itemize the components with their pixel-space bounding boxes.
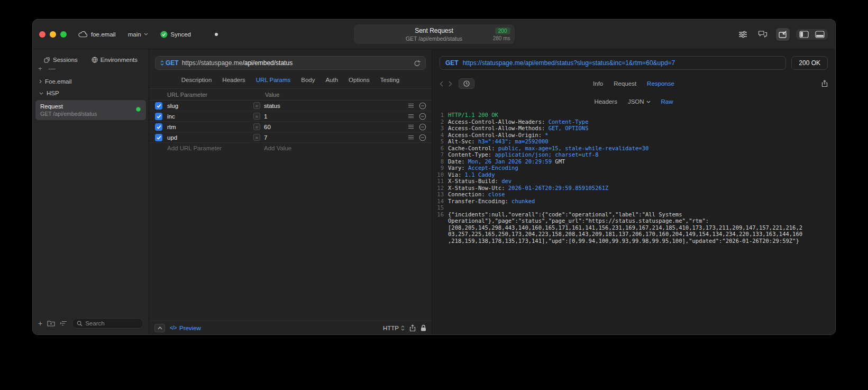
tab-description[interactable]: Description bbox=[181, 77, 212, 83]
chevron-right-icon bbox=[39, 79, 42, 84]
request-url-bar[interactable]: GET https://statuspage.me/api/embed/stat… bbox=[155, 56, 426, 70]
clock-icon bbox=[463, 80, 470, 87]
remove-session-icon[interactable]: — bbox=[49, 65, 56, 72]
search-placeholder: Search bbox=[85, 320, 104, 326]
new-folder-icon[interactable] bbox=[47, 320, 55, 326]
import-response-icon[interactable] bbox=[776, 28, 790, 41]
code-line: 5 Alt-Svc: h3=":443"; ma=2592000 bbox=[435, 138, 805, 145]
equals-icon: = bbox=[253, 113, 260, 120]
tree-group-hsp[interactable]: HSP bbox=[35, 87, 147, 99]
add-value-placeholder[interactable]: Add Value bbox=[264, 145, 432, 151]
tab-url-params[interactable]: URL Params bbox=[256, 77, 290, 83]
tab-environments[interactable]: Environments bbox=[92, 57, 138, 63]
resend-request-icon[interactable] bbox=[414, 60, 421, 67]
param-value[interactable]: 7 bbox=[264, 134, 408, 141]
add-item-icon[interactable]: + bbox=[38, 320, 42, 327]
tab-options[interactable]: Options bbox=[349, 77, 370, 83]
history-nav bbox=[440, 81, 452, 87]
toggle-left-panel-icon[interactable] bbox=[799, 31, 809, 38]
add-param-placeholder[interactable]: Add URL Parameter bbox=[167, 145, 253, 151]
code-line: 3 Access-Control-Allow-Methods: GET, OPT… bbox=[435, 125, 805, 132]
export-response-icon[interactable] bbox=[821, 80, 828, 87]
remove-param-icon[interactable] bbox=[419, 102, 426, 110]
remove-param-icon[interactable] bbox=[419, 113, 426, 120]
equals-icon: = bbox=[253, 102, 260, 109]
chevron-down-icon bbox=[144, 33, 148, 35]
sidebar-tabs: Sessions Environments bbox=[33, 49, 149, 63]
line-number: 2 bbox=[435, 119, 444, 125]
param-checkbox[interactable] bbox=[155, 134, 162, 141]
remove-param-icon[interactable] bbox=[419, 123, 426, 131]
sent-request-url[interactable]: GET https://statuspage.me/api/embed/stat… bbox=[440, 56, 786, 70]
add-session-icon[interactable]: + bbox=[38, 65, 42, 72]
response-body[interactable]: 1 HTTP/1.1 200 OK 2 Access-Control-Allow… bbox=[432, 108, 835, 334]
protocol-selector[interactable]: HTTP bbox=[383, 325, 405, 331]
code-line: 8 Date: Mon, 26 Jan 2026 20:29:59 GMT bbox=[435, 158, 805, 165]
duration-label: 280 ms bbox=[493, 35, 510, 41]
subtab-raw[interactable]: Raw bbox=[661, 98, 673, 105]
history-clock-button[interactable] bbox=[459, 78, 474, 89]
remove-param-icon[interactable] bbox=[419, 134, 426, 141]
param-value[interactable]: status bbox=[264, 103, 408, 109]
code-icon: </> bbox=[170, 325, 177, 331]
search-input[interactable]: Search bbox=[72, 318, 143, 329]
tab-testing[interactable]: Testing bbox=[380, 77, 399, 83]
tab-headers[interactable]: Headers bbox=[222, 77, 245, 83]
code-line: 9 Vary: Accept-Encoding bbox=[435, 165, 805, 171]
param-checkbox[interactable] bbox=[155, 113, 162, 120]
param-value[interactable]: 1 bbox=[264, 113, 408, 120]
request-success-dot bbox=[136, 107, 141, 112]
close-window-button[interactable] bbox=[39, 31, 45, 38]
param-value[interactable]: 60 bbox=[264, 124, 408, 130]
branch-selector[interactable]: main bbox=[128, 31, 148, 38]
tab-sessions[interactable]: Sessions bbox=[44, 57, 78, 63]
line-number: 9 bbox=[435, 165, 444, 171]
param-checkbox[interactable] bbox=[155, 123, 162, 131]
param-name[interactable]: rtm bbox=[167, 124, 253, 130]
param-name[interactable]: upd bbox=[167, 134, 253, 141]
sync-status[interactable]: Synced bbox=[160, 31, 191, 38]
lock-icon[interactable] bbox=[421, 324, 426, 331]
share-icon[interactable] bbox=[409, 324, 416, 332]
line-content: Vary: Accept-Encoding bbox=[448, 165, 805, 171]
back-icon[interactable] bbox=[440, 81, 443, 87]
toggle-bottom-panel-icon[interactable] bbox=[815, 31, 825, 38]
comments-icon[interactable] bbox=[756, 28, 770, 40]
drag-handle-icon[interactable] bbox=[408, 124, 414, 129]
tab-response[interactable]: Response bbox=[647, 80, 674, 87]
param-name[interactable]: inc bbox=[167, 113, 253, 120]
project-name[interactable]: foe.email bbox=[91, 31, 116, 38]
view-options-icon[interactable] bbox=[60, 321, 67, 326]
request-tabs: DescriptionHeadersURL ParamsBodyAuthOpti… bbox=[149, 71, 432, 89]
line-content: Access-Control-Allow-Headers: Content-Ty… bbox=[448, 119, 805, 125]
preview-button[interactable]: </> Preview bbox=[170, 325, 201, 331]
param-name[interactable]: slug bbox=[167, 103, 253, 109]
tab-auth[interactable]: Auth bbox=[325, 77, 338, 83]
filter-sliders-icon[interactable] bbox=[736, 29, 750, 40]
param-rows: slug = status inc = 1 rtm = 60 bbox=[149, 101, 432, 143]
param-checkbox[interactable] bbox=[155, 102, 162, 110]
tab-body[interactable]: Body bbox=[301, 77, 315, 83]
subtab-headers[interactable]: Headers bbox=[594, 98, 617, 105]
minimize-window-button[interactable] bbox=[50, 31, 56, 38]
drag-handle-icon[interactable] bbox=[408, 135, 414, 140]
tree-item-request[interactable]: Request GET /api/embed/status bbox=[35, 100, 146, 120]
line-content: {"incidents":null,"overall":{"code":"ope… bbox=[448, 211, 805, 244]
forward-icon[interactable] bbox=[449, 81, 452, 87]
check-icon bbox=[157, 114, 161, 119]
sessions-tab-label: Sessions bbox=[53, 57, 78, 63]
code-line: 14 Transfer-Encoding: chunked bbox=[435, 198, 805, 205]
drag-handle-icon[interactable] bbox=[408, 103, 414, 108]
collapse-panel-button[interactable] bbox=[154, 324, 165, 332]
method-selector[interactable]: GET bbox=[160, 59, 179, 67]
pill-subtitle: GET /api/embed/status bbox=[354, 35, 515, 42]
param-table-header: URL Parameter Value bbox=[149, 89, 432, 101]
tab-request[interactable]: Request bbox=[614, 80, 636, 87]
request-status-pill[interactable]: Sent Request GET /api/embed/status 200 2… bbox=[354, 24, 515, 44]
tree-group-foe-email[interactable]: Foe.email bbox=[35, 76, 147, 87]
subtab-json[interactable]: JSON bbox=[628, 98, 651, 105]
drag-handle-icon[interactable] bbox=[408, 114, 414, 119]
status-badge: 200 bbox=[495, 28, 510, 34]
zoom-window-button[interactable] bbox=[60, 31, 67, 38]
tab-info[interactable]: Info bbox=[593, 80, 603, 87]
